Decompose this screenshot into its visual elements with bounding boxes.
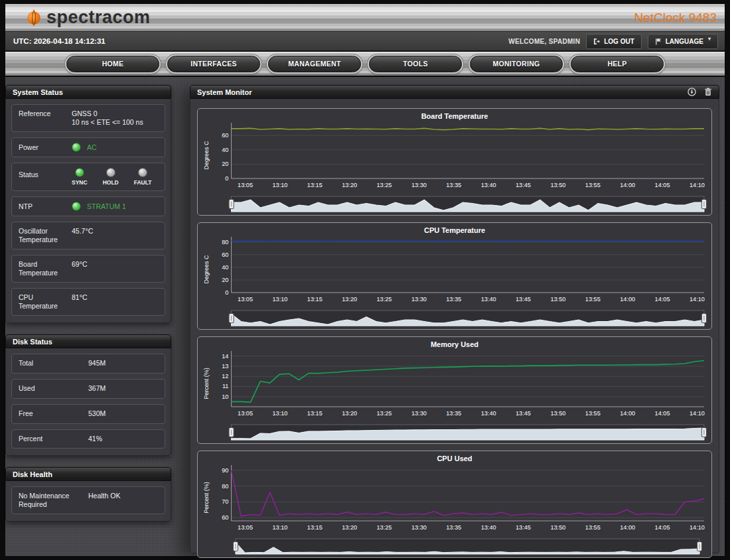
system-monitor-header: System Monitor — [190, 85, 719, 99]
svg-text:60: 60 — [222, 251, 228, 258]
application-window: spectracom NetClock 9483 UTC: 2026-04-18… — [5, 4, 725, 556]
spectracom-globe-icon — [25, 9, 42, 27]
disk-status-panel: Disk Status Total 945M Used 367M Free 53… — [5, 334, 171, 456]
nav-tab-tools[interactable]: TOOLS — [369, 56, 462, 72]
svg-text:13:50: 13:50 — [550, 182, 565, 188]
svg-text:40: 40 — [222, 264, 228, 271]
nav-tab-home[interactable]: HOME — [66, 56, 159, 72]
fault-led — [138, 168, 147, 177]
y-axis-label: Percent (%) — [202, 464, 211, 537]
svg-text:20: 20 — [222, 161, 228, 167]
plot-area: 020406013:0513:1013:1513:2013:2513:3013:… — [211, 121, 707, 194]
svg-text:13:45: 13:45 — [516, 296, 531, 303]
reference-source: GNSS 0 — [72, 109, 143, 118]
chart-board-temperature: Board Temperature Degrees C 020406013:05… — [197, 108, 712, 216]
chart-navigator-scrollbar[interactable] — [211, 194, 707, 213]
status-row-status: Status SYNC HOLD — [11, 163, 165, 191]
svg-text:13:30: 13:30 — [411, 296, 427, 303]
fault-indicator: FAULT — [134, 168, 152, 186]
svg-text:14:05: 14:05 — [655, 296, 670, 303]
nav-tab-interfaces[interactable]: INTERFACES — [167, 56, 260, 72]
svg-text:14: 14 — [222, 353, 228, 360]
y-axis-label: Degrees C — [202, 236, 211, 309]
svg-text:13:55: 13:55 — [585, 296, 601, 303]
chart-title: CPU Used — [202, 454, 707, 464]
svg-text:13:40: 13:40 — [481, 410, 496, 417]
nav-tab-monitoring[interactable]: MONITORING — [470, 56, 563, 72]
status-row-cpu-temp: CPU Temperature 81°C — [11, 288, 165, 316]
svg-text:13:40: 13:40 — [481, 182, 496, 188]
export-graph-icon[interactable] — [688, 88, 696, 96]
disk-health-header: Disk Health — [5, 467, 171, 481]
svg-text:20: 20 — [222, 277, 228, 283]
logout-button[interactable]: LOG OUT — [586, 34, 642, 49]
svg-text:14:10: 14:10 — [690, 524, 705, 531]
nav-tab-help[interactable]: HELP — [571, 56, 664, 72]
svg-text:13:25: 13:25 — [377, 410, 392, 417]
svg-text:13:20: 13:20 — [342, 296, 357, 303]
nav-tab-management[interactable]: MANAGEMENT — [268, 56, 361, 72]
svg-text:13:25: 13:25 — [377, 524, 392, 531]
chart-navigator-scrollbar[interactable] — [211, 309, 707, 327]
hold-indicator: HOLD — [103, 168, 119, 186]
y-axis-label: Degrees C — [202, 121, 211, 194]
svg-text:12: 12 — [222, 373, 228, 380]
logo-text: spectracom — [46, 7, 151, 28]
svg-text:80: 80 — [222, 239, 228, 245]
status-row-board-temp: Board Temperature 69°C — [11, 255, 165, 283]
svg-text:14:10: 14:10 — [690, 410, 705, 417]
svg-text:60: 60 — [222, 132, 228, 139]
language-button[interactable]: LANGUAGE ▾ — [648, 34, 718, 49]
svg-text:13:25: 13:25 — [377, 182, 392, 188]
chart-title: CPU Temperature — [202, 226, 707, 236]
sync-indicator: SYNC — [72, 168, 88, 186]
sync-led — [75, 168, 84, 177]
power-led — [72, 143, 81, 152]
svg-text:13:10: 13:10 — [272, 524, 287, 531]
status-row-power: Power AC — [11, 137, 165, 157]
system-monitor-body: Board Temperature Degrees C 020406013:05… — [190, 99, 719, 553]
svg-text:14:05: 14:05 — [655, 182, 670, 188]
svg-text:14:10: 14:10 — [690, 296, 705, 303]
svg-text:13:10: 13:10 — [272, 296, 287, 303]
language-flag-icon — [655, 38, 662, 45]
svg-text:14:05: 14:05 — [655, 410, 670, 417]
oscillator-temp-value: 45.7°C — [72, 227, 93, 236]
svg-text:14:00: 14:00 — [620, 410, 635, 417]
status-row-reference: Reference GNSS 0 10 ns < ETE <= 100 ns — [11, 104, 165, 132]
svg-text:11: 11 — [222, 383, 229, 389]
chart-navigator-scrollbar[interactable] — [211, 423, 707, 441]
svg-text:40: 40 — [222, 147, 228, 153]
svg-text:13:05: 13:05 — [238, 182, 253, 188]
y-axis-label: Percent (%) — [202, 350, 211, 423]
svg-text:13:50: 13:50 — [550, 410, 565, 417]
svg-text:13:40: 13:40 — [481, 296, 496, 303]
svg-text:13:10: 13:10 — [272, 182, 287, 188]
svg-text:13:20: 13:20 — [342, 182, 357, 188]
main-navigation: HOME INTERFACES MANAGEMENT TOOLS MONITOR… — [5, 52, 725, 77]
delete-icon[interactable] — [704, 88, 712, 96]
svg-text:13:45: 13:45 — [516, 410, 531, 417]
cpu-temp-value: 81°C — [72, 293, 87, 302]
chart-navigator-scrollbar[interactable] — [211, 537, 707, 555]
svg-text:14:05: 14:05 — [655, 524, 670, 531]
disk-health-panel: Disk Health No Maintenance Required Heal… — [5, 467, 171, 522]
language-caret-icon: ▾ — [708, 36, 711, 42]
system-status-header: System Status — [5, 85, 171, 99]
svg-text:13:05: 13:05 — [238, 410, 253, 417]
power-value: AC — [87, 143, 97, 151]
disk-health-value: Health OK — [88, 492, 120, 500]
status-row-oscillator-temp: Oscillator Temperature 45.7°C — [11, 222, 165, 249]
svg-text:60: 60 — [222, 514, 228, 521]
svg-text:13:20: 13:20 — [342, 410, 357, 417]
svg-text:13:05: 13:05 — [238, 296, 253, 303]
svg-text:14:00: 14:00 — [620, 524, 635, 531]
svg-text:14:10: 14:10 — [690, 182, 705, 188]
svg-text:13:20: 13:20 — [342, 524, 357, 531]
svg-text:13:30: 13:30 — [411, 182, 427, 188]
chart-title: Board Temperature — [202, 111, 707, 121]
status-row-ntp: NTP STRATUM 1 — [11, 196, 165, 216]
svg-text:13:35: 13:35 — [446, 182, 461, 188]
svg-text:13: 13 — [222, 363, 228, 370]
svg-text:13:15: 13:15 — [307, 524, 323, 531]
